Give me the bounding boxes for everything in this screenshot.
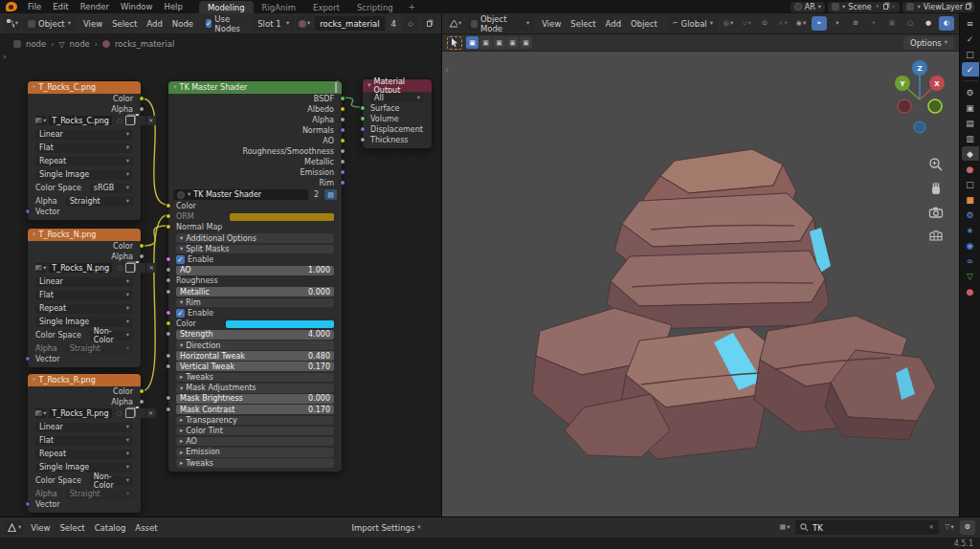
tab-particles[interactable]: ∗ (962, 223, 979, 237)
socket[interactable] (340, 106, 345, 112)
scene-badge-selector[interactable]: AR ▾ (791, 2, 825, 12)
socket[interactable] (340, 96, 345, 101)
search-input[interactable]: TK × (795, 520, 939, 535)
rock-model[interactable] (526, 143, 938, 482)
dropdown-flat[interactable]: Flat▾ (35, 143, 133, 153)
image-name[interactable]: T_Rocks_R.png (49, 408, 111, 418)
fake-user-shield-icon[interactable]: ○ (115, 116, 124, 125)
gizmo-neg-x-axis[interactable] (898, 99, 911, 113)
new-viewlayer-icon[interactable] (966, 4, 970, 10)
fake-user-shield-icon[interactable]: ○ (115, 408, 124, 418)
mode-dropdown[interactable]: Object Mode ▾ (466, 16, 534, 31)
tab-scene[interactable]: ◆ (962, 146, 979, 161)
node-link-wire[interactable] (142, 215, 167, 391)
socket[interactable] (25, 356, 31, 362)
select-box-tool[interactable] (447, 36, 462, 50)
value-slider[interactable]: Horizontal Tweak0.480 (176, 351, 334, 361)
collapse-chevron-icon[interactable]: ▾ (33, 377, 36, 384)
pan-hand-icon[interactable] (928, 181, 944, 196)
new-scene-icon[interactable] (883, 4, 888, 10)
socket[interactable] (166, 320, 171, 326)
shader-menu-view[interactable]: View (78, 19, 107, 29)
open-image-icon[interactable] (136, 408, 145, 418)
socket[interactable] (360, 105, 366, 111)
transform-orientation-dropdown[interactable]: ⌐ Global ▾ (668, 16, 718, 31)
subpanel-emission[interactable]: ▸Emission (176, 448, 334, 457)
checkbox-checked-icon[interactable]: ✓ (176, 309, 185, 318)
tab-object-data[interactable]: ▽ (962, 269, 979, 283)
asset-menu-asset[interactable]: Asset (130, 523, 162, 533)
select-mode-invert[interactable]: ▣ (506, 36, 519, 49)
value-slider[interactable]: Vertical Tweak0.170 (176, 362, 334, 371)
image-texture-node[interactable]: ▾T_Rocks_N.pngColorAlpha▾T_Rocks_N.png○×… (27, 228, 142, 368)
socket[interactable] (166, 277, 171, 283)
dropdown-single-image[interactable]: Single Image▾ (35, 463, 133, 472)
alpha-dropdown[interactable]: Straight▾ (66, 344, 133, 354)
viewport-menu-add[interactable]: Add (601, 19, 626, 29)
display-mode-dropdown[interactable]: ▦▾ (777, 520, 792, 535)
socket[interactable] (340, 138, 345, 143)
dropdown-repeat[interactable]: Repeat▾ (35, 304, 133, 314)
socket[interactable] (166, 203, 171, 209)
checkbox-checked-icon[interactable]: ✓ (176, 255, 185, 264)
viewport-menu-select[interactable]: Select (566, 19, 600, 29)
value-slider[interactable]: Strength4.000 (176, 330, 334, 340)
image-texture-node[interactable]: ▾T_Rocks_R.pngColorAlpha▾T_Rocks_R.png○×… (27, 373, 142, 514)
select-mode-subtract[interactable]: ▣ (493, 36, 505, 49)
subpanel-rim[interactable]: ▾Rim (176, 298, 334, 308)
snap-magnet-toggle[interactable]: ∪▾ (739, 16, 754, 31)
tab-view-layer[interactable]: ▥ (962, 131, 979, 145)
zoom-icon[interactable] (928, 157, 944, 172)
socket[interactable] (139, 106, 145, 112)
color-space-dropdown[interactable]: sRGB▾ (90, 184, 133, 193)
shading-wireframe-button[interactable]: ○ (902, 16, 918, 31)
import-settings-dropdown[interactable]: Import Settings ▾ (347, 520, 426, 535)
value-slider[interactable]: Metallic0.000 (176, 287, 334, 296)
dropdown-linear[interactable]: Linear▾ (35, 423, 133, 432)
viewport-menu-object[interactable]: Object (626, 19, 662, 29)
subpanel-tweaks[interactable]: ▸Tweaks (176, 373, 334, 383)
subpanel-additional-options[interactable]: ▾Additional Options (176, 233, 334, 243)
socket[interactable] (340, 159, 345, 165)
workspace-tab-export[interactable]: Export (304, 1, 348, 13)
pin-icon[interactable]: ⚬ (875, 4, 880, 11)
node-header[interactable]: ▾TK Master Shader (168, 81, 342, 94)
select-mode-extend[interactable]: ▣ (479, 36, 492, 49)
socket[interactable] (360, 137, 366, 143)
shader-menu-node[interactable]: Node (167, 19, 198, 29)
filter-settings-gear-icon[interactable]: ⚙ (960, 520, 975, 535)
dropdown-single-image[interactable]: Single Image▾ (35, 318, 133, 327)
editor-type-button[interactable]: ▾ (447, 16, 463, 31)
material-browse-dropdown[interactable]: ▾ (297, 16, 312, 31)
menu-render[interactable]: Render (75, 2, 115, 11)
tab-material[interactable]: ● (962, 284, 979, 298)
editor-type-button[interactable]: ▾ (5, 520, 23, 535)
dropdown-repeat[interactable]: Repeat▾ (35, 450, 133, 459)
dropdown-single-image[interactable]: Single Image▾ (35, 170, 133, 180)
overlays-dropdown[interactable]: ▾ (866, 16, 881, 31)
filter-check-icon[interactable]: ✓ (962, 32, 979, 46)
workspace-tab-scripting[interactable]: Scripting (348, 1, 402, 13)
delete-scene-icon[interactable]: × (891, 4, 897, 11)
node-canvas[interactable]: › node › ▽ node › rocks_material ▾T_Rock… (0, 34, 441, 516)
tab-collection[interactable]: □ (962, 177, 979, 191)
blender-logo-icon[interactable] (6, 2, 17, 11)
socket[interactable] (340, 169, 345, 175)
socket[interactable] (166, 331, 171, 337)
socket[interactable] (340, 117, 345, 122)
socket[interactable] (139, 243, 145, 249)
copy-image-icon[interactable] (125, 263, 135, 273)
edit-group-icon[interactable]: ▨ (324, 189, 337, 200)
dropdown-linear[interactable]: Linear▾ (35, 130, 133, 140)
image-browse-dropdown[interactable]: ▾ (35, 408, 46, 418)
asset-menu-catalog[interactable]: Catalog (90, 523, 131, 533)
gizmos-dropdown[interactable]: ▾ (830, 16, 845, 31)
viewport-canvas[interactable]: › (442, 52, 959, 516)
gizmos-toggle[interactable]: ➢ (812, 16, 827, 31)
collapse-chevron-icon[interactable]: ▾ (368, 82, 371, 89)
asset-menu-view[interactable]: View (26, 523, 55, 533)
material-users-count[interactable]: 4 (388, 16, 400, 31)
gizmo-neg-z-axis[interactable] (914, 121, 925, 133)
filter-dropdown[interactable]: ▽▾ (942, 520, 957, 535)
collapse-chevron-icon[interactable]: ▾ (33, 231, 36, 238)
